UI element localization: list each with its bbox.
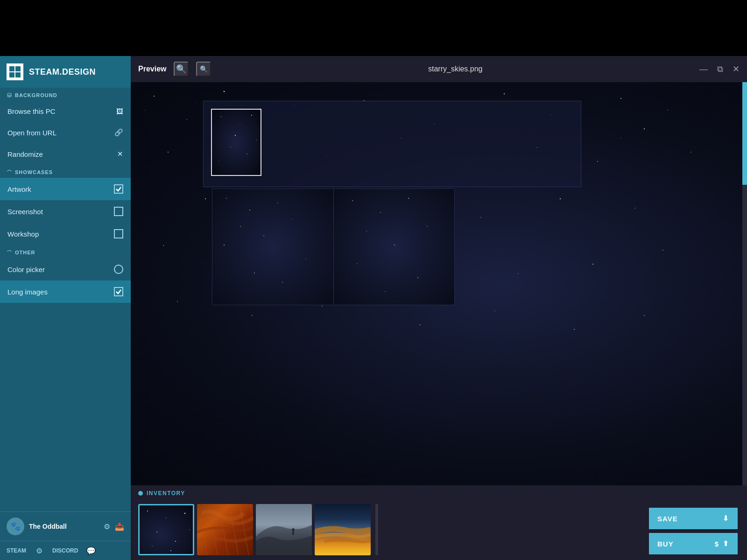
- buy-icons: $ ⬆: [715, 539, 729, 548]
- long-images-item[interactable]: Long images: [0, 280, 131, 303]
- discord-icon[interactable]: 💬: [85, 545, 97, 556]
- svg-rect-1: [15, 66, 21, 71]
- svg-point-65: [224, 245, 225, 245]
- minimize-button[interactable]: —: [699, 65, 708, 73]
- screenshot-item[interactable]: Screenshot: [0, 200, 131, 223]
- svg-point-72: [366, 231, 367, 231]
- screenshot-checkbox[interactable]: [114, 207, 123, 216]
- svg-point-59: [226, 198, 227, 199]
- svg-point-74: [427, 226, 427, 226]
- showcase-frame: [203, 101, 581, 187]
- avatar: 🐾: [7, 518, 24, 535]
- inventory-item-2[interactable]: [256, 504, 312, 555]
- discord-tab[interactable]: DISCORD: [52, 546, 78, 556]
- svg-point-83: [189, 529, 190, 530]
- close-button[interactable]: ✕: [733, 65, 740, 73]
- svg-point-64: [291, 219, 292, 219]
- settings-icon[interactable]: ⚙: [104, 522, 110, 531]
- preview-label: Preview: [138, 65, 166, 73]
- steam-tab[interactable]: STEAM: [7, 546, 26, 556]
- main-window: STEAM.DESIGN BACKGROUND Browse this PC 🖼…: [0, 56, 747, 560]
- svg-point-60: [249, 210, 250, 210]
- workshop-item[interactable]: Workshop: [0, 223, 131, 245]
- open-url-item[interactable]: Open from URL 🔗: [0, 122, 131, 143]
- buy-button[interactable]: BUY $ ⬆: [649, 533, 738, 554]
- svg-point-67: [254, 273, 255, 273]
- svg-point-79: [166, 518, 167, 518]
- svg-point-78: [147, 511, 148, 511]
- app-container: STEAM.DESIGN BACKGROUND Browse this PC 🖼…: [0, 0, 747, 560]
- svg-point-71: [408, 198, 409, 199]
- artwork-item[interactable]: Artwork: [0, 178, 131, 200]
- file-name: starry_skies.png: [428, 65, 483, 73]
- inventory-scroll[interactable]: [375, 504, 378, 555]
- sidebar-header: STEAM.DESIGN: [0, 56, 131, 88]
- app-logo: [7, 63, 23, 80]
- workshop-checkbox[interactable]: [114, 229, 123, 238]
- user-icons: ⚙ 📥: [104, 522, 124, 531]
- inventory-label: INVENTORY: [147, 490, 185, 497]
- svg-rect-3: [15, 72, 21, 77]
- inventory-item-0[interactable]: [138, 504, 194, 555]
- color-picker-radio[interactable]: [114, 265, 123, 274]
- dollar-icon: $: [715, 540, 719, 548]
- svg-point-76: [417, 277, 418, 278]
- preview-area: [131, 82, 747, 485]
- steam-icon[interactable]: ⚙: [34, 545, 45, 556]
- zoom-in-button[interactable]: 🔍: [174, 62, 189, 77]
- svg-point-77: [385, 291, 385, 292]
- inventory-dot: [138, 491, 143, 496]
- screenshot-panel-right: [334, 189, 455, 305]
- color-picker-item[interactable]: Color picker: [0, 258, 131, 280]
- inbox-icon[interactable]: 📥: [115, 522, 124, 531]
- maximize-button[interactable]: ⧉: [717, 65, 723, 73]
- inventory-item-1[interactable]: [197, 504, 253, 555]
- action-panel: SAVE ⬇ BUY $ ⬆: [649, 508, 738, 554]
- top-bar: [0, 0, 747, 56]
- svg-point-73: [394, 245, 395, 245]
- buy-label: BUY: [657, 540, 674, 548]
- browse-pc-item[interactable]: Browse this PC 🖼: [0, 101, 131, 122]
- artwork-checkbox[interactable]: [114, 184, 123, 194]
- svg-rect-87: [292, 531, 294, 535]
- svg-point-80: [184, 513, 185, 514]
- background-section-label: BACKGROUND: [0, 88, 131, 101]
- zoom-out-button[interactable]: 🔍: [196, 62, 211, 77]
- inventory-header: INVENTORY: [131, 485, 747, 499]
- svg-point-54: [230, 147, 231, 147]
- save-label: SAVE: [657, 515, 678, 523]
- sidebar: STEAM.DESIGN BACKGROUND Browse this PC 🖼…: [0, 56, 131, 560]
- save-icon: ⬇: [723, 514, 729, 523]
- sidebar-footer: 🐾 The Oddball ⚙ 📥 STEAM ⚙ DISCORD 💬: [0, 511, 131, 560]
- svg-point-68: [282, 282, 283, 283]
- other-section-label: OTHER: [0, 245, 131, 258]
- svg-rect-2: [9, 72, 14, 77]
- svg-point-70: [380, 212, 381, 212]
- scrollbar-thumb[interactable]: [742, 82, 747, 185]
- svg-point-61: [277, 203, 278, 203]
- window-controls: — ⧉ ✕: [699, 65, 740, 73]
- long-images-checkbox[interactable]: [114, 287, 123, 296]
- svg-point-86: [292, 528, 295, 531]
- window-chrome: Preview 🔍 🔍 starry_skies.png — ⧉ ✕: [131, 56, 747, 82]
- screenshot-frame: [212, 189, 455, 305]
- svg-point-51: [221, 116, 222, 117]
- svg-point-53: [251, 115, 252, 116]
- screenshot-panel-left: [212, 189, 333, 305]
- save-button[interactable]: SAVE ⬇: [649, 508, 738, 529]
- randomize-item[interactable]: Randomize ✕: [0, 143, 131, 165]
- svg-point-56: [218, 161, 219, 161]
- user-row: 🐾 The Oddball ⚙ 📥: [0, 512, 131, 541]
- chrome-left: Preview 🔍 🔍: [138, 62, 211, 77]
- svg-point-84: [152, 546, 153, 546]
- share-icon: ⬆: [723, 539, 729, 548]
- svg-point-69: [352, 200, 353, 201]
- preview-scrollbar[interactable]: [742, 82, 747, 485]
- artwork-thumbnail: [211, 109, 261, 176]
- right-panel: Preview 🔍 🔍 starry_skies.png — ⧉ ✕: [131, 56, 747, 560]
- bottom-tabs: STEAM ⚙ DISCORD 💬: [0, 541, 131, 560]
- svg-point-52: [240, 123, 240, 124]
- inventory-item-3[interactable]: [315, 504, 371, 555]
- app-title: STEAM.DESIGN: [29, 67, 96, 77]
- user-name: The Oddball: [29, 523, 99, 530]
